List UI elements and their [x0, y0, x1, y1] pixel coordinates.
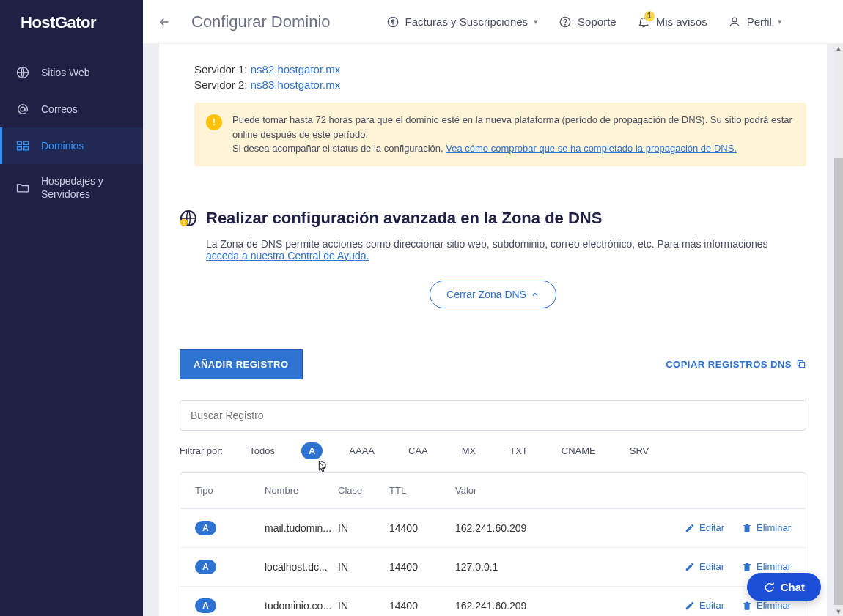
sidebar-item-sites[interactable]: Sitios Web: [0, 54, 143, 91]
topbar-label: Facturas y Suscripciones: [405, 15, 529, 28]
delete-record-button[interactable]: Eliminar: [742, 600, 791, 611]
sidebar-item-domains[interactable]: Dominios: [0, 127, 143, 164]
sidebar-item-label: Dominios: [41, 139, 84, 152]
record-ttl: 14400: [389, 600, 455, 612]
record-type-pill: A: [195, 598, 216, 613]
record-value: 162.241.60.209: [455, 600, 624, 612]
globe-icon: [15, 64, 31, 81]
dns-section-head: ! Realizar configuración avanzada en la …: [180, 209, 806, 228]
chat-button[interactable]: Chat: [747, 573, 821, 601]
brand-logo: HostGator: [0, 13, 143, 54]
th-clase: Clase: [338, 485, 389, 496]
dns-propagation-alert: ! Puede tomar hasta 72 horas para que el…: [194, 103, 806, 166]
filter-txt[interactable]: TXT: [502, 442, 535, 459]
dollar-icon: [386, 15, 400, 29]
dns-records-table: Tipo Nombre Clase TTL Valor A mail.tudom…: [180, 472, 806, 617]
table-row: A localhost.dc... IN 14400 127.0.0.1 Edi…: [180, 547, 806, 586]
table-row: A tudominio.co... IN 14400 162.241.60.20…: [180, 586, 806, 617]
th-tipo: Tipo: [195, 485, 265, 496]
th-ttl: TTL: [389, 485, 455, 496]
filter-label: Filtrar por:: [180, 445, 223, 456]
record-name: mail.tudomin...: [265, 522, 334, 534]
topbar-notices[interactable]: Mis avisos: [637, 15, 707, 29]
sidebar: HostGator Sitios Web Correos Dominios Ho…: [0, 0, 143, 616]
delete-record-button[interactable]: Eliminar: [742, 522, 791, 533]
alert-line2-prefix: Si desea acompañar el status de la confi…: [232, 143, 446, 154]
topbar-profile[interactable]: Perfil ▾: [728, 15, 782, 29]
cursor-pointer-icon: [315, 460, 328, 476]
svg-point-1: [21, 107, 25, 111]
add-record-button[interactable]: AÑADIR REGISTRO: [180, 349, 303, 379]
table-row: A mail.tudomin... IN 14400 162.241.60.20…: [180, 508, 806, 547]
filter-srv[interactable]: SRV: [622, 442, 657, 459]
dns-section-desc: La Zona de DNS permite acciones como dir…: [206, 238, 806, 261]
scroll-thumb[interactable]: [834, 158, 843, 605]
svg-text:!: !: [183, 220, 185, 226]
svg-rect-5: [24, 147, 29, 150]
filter-row: Filtrar por: Todos A AAAA CAA MX TXT CNA…: [180, 442, 806, 459]
server-2-value: ns83.hostgator.mx: [251, 78, 341, 91]
record-type-pill: A: [195, 560, 216, 574]
svg-rect-13: [800, 363, 805, 368]
svg-rect-3: [18, 147, 22, 150]
server-2-line: Servidor 2: ns83.hostgator.mx: [194, 77, 806, 92]
folder-icon: [15, 179, 31, 196]
record-name: localhost.dc...: [265, 561, 334, 573]
sidebar-item-mail[interactable]: Correos: [0, 91, 143, 127]
edit-record-button[interactable]: Editar: [685, 600, 724, 611]
record-type-pill: A: [195, 521, 216, 535]
topbar-support[interactable]: Soporte: [559, 15, 616, 29]
chat-icon: [763, 582, 775, 593]
record-class: IN: [338, 561, 389, 573]
close-dns-zone-button[interactable]: Cerrar Zona DNS: [430, 281, 556, 308]
search-record-input[interactable]: [180, 400, 806, 431]
domains-icon: [15, 138, 31, 154]
server-1-value: ns82.hostgator.mx: [251, 63, 341, 75]
edit-record-button[interactable]: Editar: [685, 522, 724, 533]
server-1-line: Servidor 1: ns82.hostgator.mx: [194, 62, 806, 77]
server-1-label: Servidor 1:: [194, 63, 251, 75]
content-card: Servidor 1: ns82.hostgator.mx Servidor 2…: [159, 44, 827, 616]
chevron-down-icon: ▾: [534, 17, 538, 26]
filter-cname[interactable]: CNAME: [554, 442, 603, 459]
user-icon: [728, 15, 741, 29]
sidebar-item-label: Correos: [41, 103, 78, 116]
filter-a[interactable]: A: [301, 442, 323, 459]
server-2-label: Servidor 2:: [194, 78, 251, 91]
svg-rect-2: [18, 141, 22, 144]
globe-warning-icon: !: [180, 209, 197, 227]
svg-point-8: [565, 24, 566, 25]
back-arrow-icon[interactable]: [158, 15, 171, 29]
scroll-up-arrow[interactable]: ▲: [834, 44, 843, 53]
record-ttl: 14400: [389, 561, 455, 573]
filter-todos[interactable]: Todos: [242, 442, 282, 459]
copy-icon: [796, 359, 806, 369]
scrollbar[interactable]: ▲ ▼: [834, 44, 843, 616]
alert-line1: Puede tomar hasta 72 horas para que el d…: [232, 113, 795, 141]
main: Servidor 1: ns82.hostgator.mx Servidor 2…: [143, 0, 843, 616]
topbar-label: Mis avisos: [656, 15, 707, 28]
th-nombre: Nombre: [265, 485, 338, 496]
topbar-label: Soporte: [578, 15, 616, 28]
topbar: Configurar Dominio Facturas y Suscripcio…: [143, 0, 843, 44]
copy-dns-records-button[interactable]: COPIAR REGISTROS DNS: [666, 359, 806, 370]
filter-mx[interactable]: MX: [454, 442, 484, 459]
record-value: 127.0.0.1: [455, 561, 624, 573]
alert-link[interactable]: Vea cómo comprobar que se ha completado …: [446, 143, 737, 154]
svg-point-9: [732, 18, 737, 22]
filter-caa[interactable]: CAA: [401, 442, 435, 459]
topbar-billing[interactable]: Facturas y Suscripciones ▾: [386, 15, 539, 29]
record-class: IN: [338, 600, 389, 612]
chevron-down-icon: ▾: [778, 17, 782, 26]
topbar-label: Perfil: [747, 15, 772, 28]
sidebar-item-label: Sitios Web: [41, 66, 90, 79]
scroll-down-arrow[interactable]: ▼: [834, 607, 843, 616]
sidebar-item-hosting[interactable]: Hospedajes y Servidores: [0, 164, 143, 211]
table-header: Tipo Nombre Clase TTL Valor: [180, 473, 806, 508]
help-icon: [559, 15, 572, 29]
delete-record-button[interactable]: Eliminar: [742, 561, 791, 572]
bell-icon: [637, 15, 650, 29]
help-center-link[interactable]: acceda a nuestra Central de Ayuda.: [206, 250, 369, 261]
filter-aaaa[interactable]: AAAA: [342, 442, 382, 459]
edit-record-button[interactable]: Editar: [685, 561, 724, 572]
